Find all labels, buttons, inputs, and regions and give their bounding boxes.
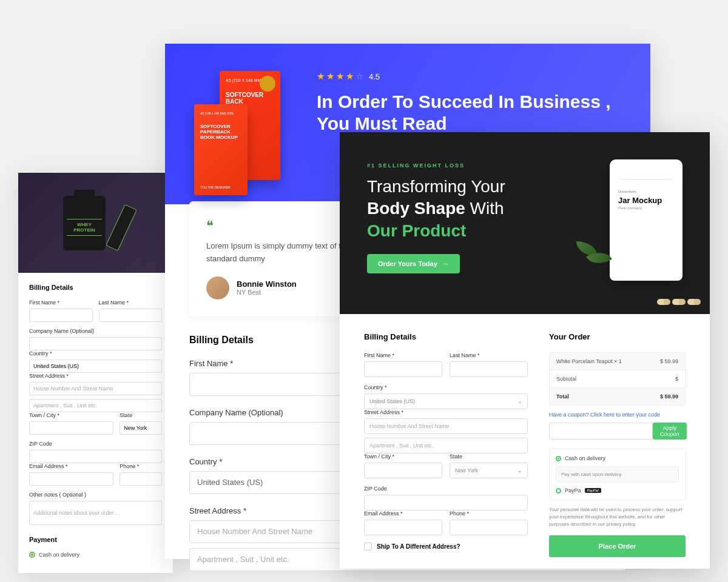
- payment-cod-label: Cash on delivery: [39, 552, 79, 558]
- hero: #1 SELLING WEIGHT LOSS Transforming Your…: [340, 132, 710, 314]
- label-last-name: Last Name *: [99, 299, 163, 306]
- radio-icon: [29, 552, 35, 558]
- jar-mockup-image: Dreambers Jar Mockup Plastic packaging: [610, 159, 682, 281]
- label-street: Street Address *: [364, 409, 528, 415]
- label-town: Town / City *: [29, 412, 113, 418]
- label-first-name: First Name *: [364, 352, 442, 358]
- billing-title: Billing Details: [29, 284, 162, 291]
- coupon-input[interactable]: [549, 423, 653, 440]
- first-name-input[interactable]: [29, 309, 93, 322]
- label-notes: Other notes ( Optional ): [29, 492, 162, 498]
- label-company: Company Name (Optional): [29, 328, 162, 334]
- coupon-link[interactable]: Have a coupon? Click here to enter your …: [549, 412, 686, 418]
- label-last-name: Last Name *: [450, 352, 528, 358]
- label-street: Street Address *: [29, 373, 162, 379]
- notes-input[interactable]: [29, 501, 162, 525]
- label-zip: ZIP Code: [364, 486, 528, 492]
- leaves-icon: [576, 241, 619, 272]
- billing-title: Billing Details: [364, 332, 528, 341]
- place-order-button[interactable]: Place Order: [549, 535, 686, 557]
- label-country: Country *: [364, 384, 528, 390]
- chevron-down-icon: ⌄: [517, 398, 522, 404]
- author-name: Bonnie Winston: [237, 279, 297, 289]
- protein-stick-image: [106, 204, 137, 250]
- bestseller-badge-icon: [260, 76, 275, 92]
- apt-input[interactable]: [29, 399, 162, 412]
- payment-paypal-option[interactable]: PayPaPayPal: [556, 487, 679, 493]
- phone-input[interactable]: [450, 520, 528, 535]
- payment-methods: Cash on delivery Pay with cash upon deli…: [549, 449, 686, 500]
- last-name-input[interactable]: [99, 309, 163, 322]
- label-zip: ZIP Code: [29, 441, 162, 447]
- template-protein: WHEY PROTEIN Billing Details First Name …: [18, 173, 173, 573]
- label-state: State: [450, 453, 528, 460]
- label-first-name: First Name *: [29, 299, 93, 306]
- state-select[interactable]: [120, 421, 162, 435]
- protein-jar-image: WHEY PROTEIN: [63, 196, 106, 250]
- book-images: A5 (210 X 148 MM) SIZE SOFTCOVER BACK A5…: [189, 62, 298, 186]
- label-town: Town / City *: [364, 453, 442, 460]
- payment-title: Payment: [29, 536, 162, 543]
- phone-input[interactable]: [120, 472, 162, 486]
- payment-cod-desc: Pay with cash upon delivery.: [556, 466, 679, 483]
- apt-input[interactable]: [364, 438, 528, 453]
- zip-input[interactable]: [364, 495, 528, 510]
- star-icon: ★: [336, 71, 344, 82]
- pills-image: [657, 299, 701, 305]
- paypal-badge-icon: PayPal: [585, 488, 601, 493]
- company-input[interactable]: [29, 337, 162, 350]
- radio-icon: [556, 488, 561, 493]
- label-email: Email Address *: [364, 510, 442, 517]
- payment-cod-option[interactable]: Cash on delivery: [556, 455, 679, 461]
- country-select[interactable]: [29, 360, 162, 373]
- street-input[interactable]: [29, 382, 162, 395]
- product-label: WHEY PROTEIN: [67, 219, 102, 236]
- template-supplement: #1 SELLING WEIGHT LOSS Transforming Your…: [340, 132, 710, 569]
- email-input[interactable]: [364, 520, 442, 535]
- star-icon: ★: [326, 71, 334, 82]
- table-row: Total$ 59.99: [550, 388, 685, 405]
- hero-title: In Order To Succeed In Business , You Mu…: [317, 91, 626, 135]
- email-input[interactable]: [29, 472, 113, 486]
- hero: WHEY PROTEIN: [18, 173, 173, 273]
- ship-different-checkbox[interactable]: Ship To A Different Address?: [364, 543, 528, 550]
- rating-stars: ★★★★☆ 4.5: [317, 71, 626, 82]
- order-summary: White Porcelain Teapot × 1$ 59.99 Subtot…: [549, 352, 686, 406]
- label-phone: Phone *: [450, 510, 528, 517]
- label-state: State: [120, 412, 162, 418]
- star-icon: ★: [317, 71, 325, 82]
- label-email: Email Address *: [29, 463, 113, 469]
- last-name-input[interactable]: [450, 361, 528, 377]
- star-empty-icon: ☆: [356, 71, 363, 82]
- star-icon: ★: [346, 71, 354, 82]
- label-phone: Phone *: [120, 463, 162, 469]
- apply-coupon-button[interactable]: Apply Coupon: [653, 423, 687, 440]
- zip-input[interactable]: [29, 450, 162, 463]
- country-select[interactable]: United States (US)⌄: [364, 393, 528, 409]
- payment-cod-option[interactable]: Cash on delivery: [29, 552, 162, 558]
- arrow-right-icon: →: [442, 260, 449, 267]
- first-name-input[interactable]: [364, 361, 442, 377]
- rating-value: 4.5: [369, 72, 380, 81]
- avatar: [206, 276, 229, 299]
- book-front: A5 (148 x 148 MM) SIZE SOFTCOVER PAPERBA…: [194, 104, 248, 195]
- town-input[interactable]: [29, 421, 113, 435]
- order-title: Your Order: [549, 332, 686, 341]
- state-select[interactable]: New York⌄: [450, 463, 528, 478]
- chevron-down-icon: ⌄: [517, 467, 522, 473]
- label-country: Country *: [29, 350, 162, 356]
- checkbox-icon: [364, 543, 372, 550]
- table-row: White Porcelain Teapot × 1$ 59.99: [550, 353, 685, 370]
- order-cta-button[interactable]: Order Yours Today→: [367, 254, 460, 273]
- privacy-text: Your personal data will be used to proce…: [549, 506, 686, 528]
- street-input[interactable]: [364, 418, 528, 434]
- radio-icon: [556, 456, 561, 461]
- author-role: NY Best: [237, 289, 297, 296]
- town-input[interactable]: [364, 463, 442, 478]
- table-row: Subtotal$: [550, 370, 685, 388]
